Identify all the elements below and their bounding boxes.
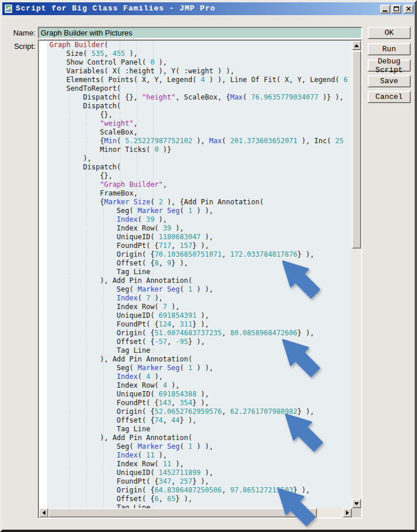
horizontal-scroll-thumb[interactable] [48,508,317,517]
arrow-up-icon [354,44,359,47]
window-title: Script for Big Class Families - JMP Pro [16,2,379,15]
script-editor: Graph Builder( Size( 535, 455 ), Show Co… [38,40,362,519]
vertical-scroll-thumb[interactable] [352,51,361,249]
arrow-right-icon [346,510,349,515]
minimize-icon [383,10,387,12]
arrow-left-icon [42,510,45,515]
name-label: Name: [2,29,35,37]
maximize-button[interactable] [391,5,401,13]
cancel-button[interactable]: Cancel [368,91,411,103]
vertical-scrollbar[interactable] [352,41,361,508]
ok-button[interactable]: OK [368,27,411,39]
script-label: Script: [2,42,35,51]
horizontal-scrollbar[interactable] [39,508,352,517]
script-editor-window: Script for Big Class Families - JMP Pro … [0,0,417,532]
arrow-down-icon [354,502,359,505]
titlebar[interactable]: Script for Big Class Families - JMP Pro … [2,2,415,15]
run-button[interactable]: Run [368,43,411,55]
jmp-script-icon [4,4,13,13]
minimize-button[interactable] [380,5,390,13]
dialog-body: Name: Script: Graph Builder( Size( 535, … [2,15,415,530]
scrollbar-corner [352,508,361,517]
editor-gutter [39,41,47,508]
scroll-right-button[interactable] [343,508,352,517]
debug-script-button[interactable]: Debug Script [368,59,411,72]
close-icon: × [405,5,411,12]
maximize-icon [394,6,399,11]
script-code[interactable]: Graph Builder( Size( 535, 455 ), Show Co… [47,41,352,508]
close-button[interactable]: × [404,5,414,13]
scroll-up-button[interactable] [352,41,361,50]
name-input[interactable] [38,27,362,39]
scroll-left-button[interactable] [39,508,48,517]
scroll-down-button[interactable] [352,499,361,508]
save-button[interactable]: Save [368,75,411,87]
